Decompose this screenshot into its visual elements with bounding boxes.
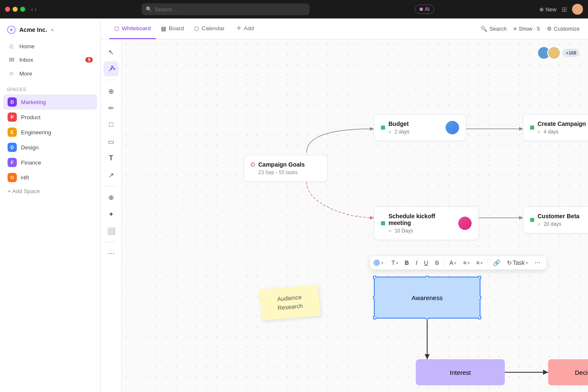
- brand-area[interactable]: Acme Inc. ▾: [0, 22, 100, 39]
- magic-tool[interactable]: [104, 61, 119, 76]
- rect-tool[interactable]: □: [104, 117, 119, 132]
- align-btn[interactable]: ≡ ▾: [460, 258, 472, 268]
- grid-icon[interactable]: ⊞: [562, 5, 567, 13]
- whiteboard-tab-icon: ⬡: [114, 25, 119, 32]
- text-tool[interactable]: T: [104, 151, 119, 166]
- search-action[interactable]: 🔍 Search: [480, 26, 507, 32]
- sidebar-item-design[interactable]: D Design: [3, 140, 97, 155]
- hr-label: HR: [21, 175, 29, 181]
- decision-shape[interactable]: Decision: [548, 359, 588, 385]
- handle-tr[interactable]: [478, 276, 481, 279]
- kickoff-days: 10 Days: [394, 228, 413, 234]
- canvas-users: +108: [537, 46, 580, 60]
- kickoff-title: Schedule kickoff meeting: [388, 213, 455, 226]
- sidebar-item-marketing[interactable]: D Marketing: [3, 94, 97, 110]
- task-btn[interactable]: ↻ Task ▾: [504, 258, 530, 268]
- awareness-shape[interactable]: Awareness: [375, 277, 480, 318]
- strikethrough-btn[interactable]: S: [433, 258, 441, 268]
- more-fmt-btn[interactable]: ⋯: [532, 258, 543, 268]
- text-color-btn[interactable]: A ▾: [447, 258, 459, 268]
- user-avatar[interactable]: [572, 4, 583, 15]
- text-color-dropdown-icon: ▾: [454, 261, 456, 265]
- bold-btn[interactable]: B: [402, 258, 412, 268]
- content-area: ⬡ Whiteboard ▦ Board ⬡ Calendar + Add 🔍 …: [101, 18, 588, 392]
- budget-avatar: [446, 121, 459, 134]
- minimize-window-btn[interactable]: [13, 7, 18, 12]
- add-tab-icon: +: [236, 24, 242, 33]
- hr-dot: H: [8, 173, 17, 182]
- customize-action[interactable]: ⚙ Customize: [547, 26, 580, 32]
- campaign-goals-card[interactable]: Campaign Goals 23 Sep 55 tasks: [244, 155, 328, 182]
- sidebar-item-inbox[interactable]: ✉ Inbox 9: [3, 53, 97, 67]
- color-picker[interactable]: ▾: [373, 259, 383, 266]
- connect-tool[interactable]: ↗: [104, 167, 119, 183]
- globe-tool[interactable]: ⊕: [104, 84, 119, 99]
- global-search-input[interactable]: [155, 6, 305, 13]
- create-campaign-card[interactable]: Create Campaign ≡ 4 days: [523, 114, 588, 141]
- decision-label: Decision: [575, 369, 588, 376]
- font-size-btn[interactable]: T ▾: [389, 258, 401, 268]
- magic-icon: [108, 65, 115, 73]
- italic-btn[interactable]: I: [413, 258, 420, 268]
- interest-shape[interactable]: Interest: [416, 359, 505, 385]
- nav-arrows: ‹ ›: [31, 6, 37, 13]
- product-label: Product: [21, 114, 41, 120]
- handle-rc[interactable]: [478, 296, 481, 299]
- customer-beta-card[interactable]: Customer Beta ≡ 20 days: [523, 206, 588, 233]
- handle-tc[interactable]: [425, 276, 429, 279]
- sidebar-item-more[interactable]: ○ More: [3, 67, 97, 80]
- tab-whiteboard[interactable]: ⬡ Whiteboard: [109, 18, 156, 39]
- fmt-sep-2: [444, 259, 444, 267]
- handle-bc[interactable]: [425, 316, 429, 319]
- sidebar-item-home[interactable]: ⌂ Home: [3, 39, 97, 53]
- maximize-window-btn[interactable]: [20, 7, 25, 12]
- handle-tl[interactable]: [373, 276, 376, 279]
- awareness-selection: Awareness: [374, 277, 480, 319]
- awareness-container[interactable]: Awareness: [374, 277, 480, 319]
- board-tab-label: Board: [169, 25, 184, 31]
- handle-lc[interactable]: [373, 296, 376, 299]
- tab-calendar[interactable]: ⬡ Calendar: [189, 18, 230, 39]
- image-tool[interactable]: ⬜: [104, 223, 119, 238]
- select-tool[interactable]: ↖: [104, 44, 119, 60]
- mindmap-tool[interactable]: ⊕: [104, 190, 119, 205]
- link-btn[interactable]: 🔗: [491, 258, 503, 268]
- handle-bl[interactable]: [373, 316, 376, 319]
- list-btn[interactable]: ≡ ▾: [474, 258, 485, 268]
- customize-icon: ⚙: [547, 26, 552, 32]
- new-button[interactable]: ⊕ New: [539, 6, 556, 13]
- design-label: Design: [21, 144, 39, 151]
- tab-add[interactable]: + Add: [230, 18, 259, 39]
- close-window-btn[interactable]: [5, 7, 10, 12]
- board-tab-icon: ▦: [161, 25, 166, 32]
- note-tool[interactable]: ▭: [104, 134, 119, 149]
- sidebar-item-engineering[interactable]: E Engineering: [3, 125, 97, 140]
- sidebar-item-hr[interactable]: H HR: [3, 170, 97, 185]
- back-button[interactable]: ‹: [31, 6, 33, 13]
- text-color-icon: A: [449, 259, 453, 266]
- more-tools[interactable]: ⋯: [104, 246, 119, 261]
- show-action[interactable]: ≡ Show · 5: [513, 26, 540, 32]
- schedule-kickoff-card[interactable]: Schedule kickoff meeting ≡ 10 Days: [374, 206, 479, 240]
- budget-card[interactable]: Budget ≡ 2 days: [374, 114, 466, 141]
- create-campaign-title: Create Campaign: [538, 120, 588, 127]
- more-icon: ○: [8, 70, 15, 77]
- plus-icon: ⊕: [539, 6, 544, 13]
- global-search-bar[interactable]: 🔍: [142, 3, 310, 15]
- color-dropdown-icon: ▾: [381, 261, 383, 265]
- sidebar-item-product[interactable]: P Product: [3, 110, 97, 125]
- whiteboard-canvas[interactable]: ↖ ⊕ ✏ □ ▭ T ↗ ⊕ ✦ ⬜ ⋯: [101, 39, 588, 392]
- underline-btn[interactable]: U: [422, 258, 431, 268]
- kickoff-avatar: [458, 217, 472, 230]
- arrows-svg: [101, 39, 588, 392]
- sidebar-item-finance[interactable]: F Finance: [3, 155, 97, 170]
- pen-tool[interactable]: ✏: [104, 100, 119, 115]
- audience-research-note[interactable]: AudienceResearch: [259, 285, 320, 321]
- handle-br[interactable]: [478, 316, 481, 319]
- add-space-button[interactable]: + Add Space: [0, 185, 100, 197]
- tab-board[interactable]: ▦ Board: [156, 18, 189, 39]
- forward-button[interactable]: ›: [35, 6, 37, 13]
- ai-button[interactable]: AI: [415, 5, 434, 14]
- list-icon: ≡: [476, 259, 480, 266]
- ai-tool[interactable]: ✦: [104, 206, 119, 222]
